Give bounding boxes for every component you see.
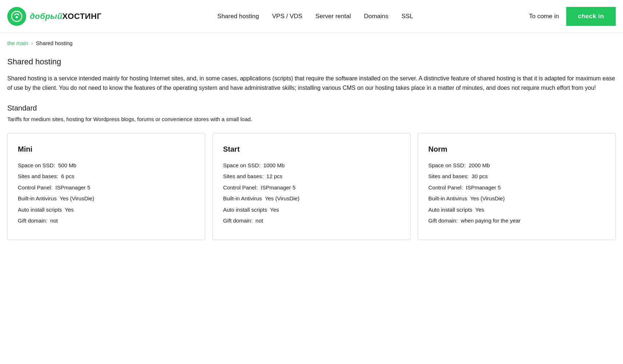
- main-nav: Shared hosting VPS / VDS Server rental D…: [217, 13, 413, 20]
- check-in-button[interactable]: check in: [566, 7, 616, 26]
- card-mini-domain: Gift domain: not: [18, 217, 195, 225]
- card-start-panel: Control Panel: ISPmanager 5: [223, 184, 400, 192]
- card-mini-sites: Sites and bases: 6 pcs: [18, 172, 195, 181]
- card-mini-panel: Control Panel: ISPmanager 5: [18, 184, 195, 192]
- svg-point-2: [16, 16, 18, 18]
- card-norm-space: Space on SSD: 2000 Mb: [428, 161, 605, 170]
- section-subtitle: Tariffs for medium sites, hosting for Wo…: [0, 115, 623, 129]
- nav-server-rental[interactable]: Server rental: [316, 13, 351, 20]
- nav-ssl[interactable]: SSL: [401, 13, 413, 20]
- card-start-sites: Sites and bases: 12 pcs: [223, 172, 400, 181]
- card-start: Start Space on SSD: 1000 Mb Sites and ba…: [213, 133, 410, 240]
- logo[interactable]: добрыйхостинг: [7, 7, 102, 26]
- card-start-title: Start: [223, 145, 400, 153]
- logo-text: добрыйхостинг: [30, 12, 102, 21]
- logo-icon: [7, 7, 26, 26]
- card-mini-antivirus: Built-in Antivirus Yes (VirusDie): [18, 195, 195, 203]
- card-mini-scripts: Auto install scripts Yes: [18, 206, 195, 214]
- card-mini-title: Mini: [18, 145, 195, 153]
- to-come-in-link[interactable]: To come in: [529, 13, 559, 20]
- card-start-scripts: Auto install scripts Yes: [223, 206, 400, 214]
- cards-container: Mini Space on SSD: 500 Mb Sites and base…: [0, 129, 623, 247]
- card-mini-space: Space on SSD: 500 Mb: [18, 161, 195, 170]
- breadcrumb: the main › Shared hosting: [0, 33, 623, 50]
- page-description: Shared hosting is a service intended mai…: [0, 70, 623, 100]
- breadcrumb-home[interactable]: the main: [7, 40, 28, 46]
- card-norm-scripts: Auto install scripts Yes: [428, 206, 605, 214]
- card-norm-domain: Gift domain: when paying for the year: [428, 217, 605, 225]
- site-header: добрыйхостинг Shared hosting VPS / VDS S…: [0, 0, 623, 33]
- card-start-space: Space on SSD: 1000 Mb: [223, 161, 400, 170]
- card-norm-antivirus: Built-in Antivirus Yes (VirusDie): [428, 195, 605, 203]
- card-norm-panel: Control Panel: ISPmanager 5: [428, 184, 605, 192]
- nav-vps-vds[interactable]: VPS / VDS: [272, 13, 302, 20]
- page-title: Shared hosting: [0, 50, 623, 70]
- section-title: Standard: [0, 100, 623, 115]
- nav-shared-hosting[interactable]: Shared hosting: [217, 13, 259, 20]
- card-norm: Norm Space on SSD: 2000 Mb Sites and bas…: [418, 133, 616, 240]
- card-norm-title: Norm: [428, 145, 605, 153]
- card-mini: Mini Space on SSD: 500 Mb Sites and base…: [7, 133, 205, 240]
- card-norm-sites: Sites and bases: 30 pcs: [428, 172, 605, 181]
- nav-domains[interactable]: Domains: [364, 13, 388, 20]
- header-actions: To come in check in: [529, 7, 616, 26]
- card-start-domain: Gift domain: not: [223, 217, 400, 225]
- card-start-antivirus: Built-in Antivirus Yes (VirusDie): [223, 195, 400, 203]
- breadcrumb-current: Shared hosting: [36, 40, 73, 46]
- breadcrumb-separator: ›: [31, 40, 33, 46]
